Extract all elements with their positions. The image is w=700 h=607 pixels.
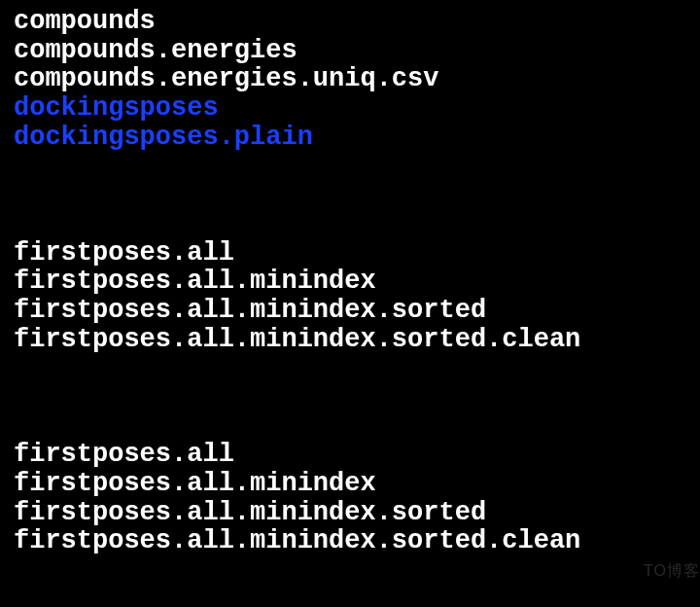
terminal-output: compounds compounds.energies compounds.e… [14,8,686,556]
file-entry: firstposes.all [14,239,686,268]
directory-entry: dockingsposes [14,94,686,124]
blank-line [14,210,686,239]
file-entry: firstposes.all.minindex [14,268,686,297]
blank-line [14,181,686,210]
file-entry: firstposes.all [14,441,686,470]
file-entry: firstposes.all.minindex [14,470,686,499]
file-entry: firstposes.all.minindex.sorted [14,499,686,528]
file-entry: firstposes.all.minindex.sorted [14,297,686,326]
directory-entry: dockingsposes.plain [14,124,686,153]
blank-line [14,152,686,181]
blank-line [14,354,686,383]
blank-line [14,383,686,412]
file-entry: compounds.energies.uniq.csv [14,65,686,94]
blank-line [14,412,686,442]
file-entry: firstposes.all.minindex.sorted.clean [14,326,686,355]
file-entry: firstposes.all.minindex.sorted.clean [14,527,686,556]
file-entry: compounds [14,8,686,37]
watermark: TO博客 [644,562,700,580]
file-entry: compounds.energies [14,37,686,66]
